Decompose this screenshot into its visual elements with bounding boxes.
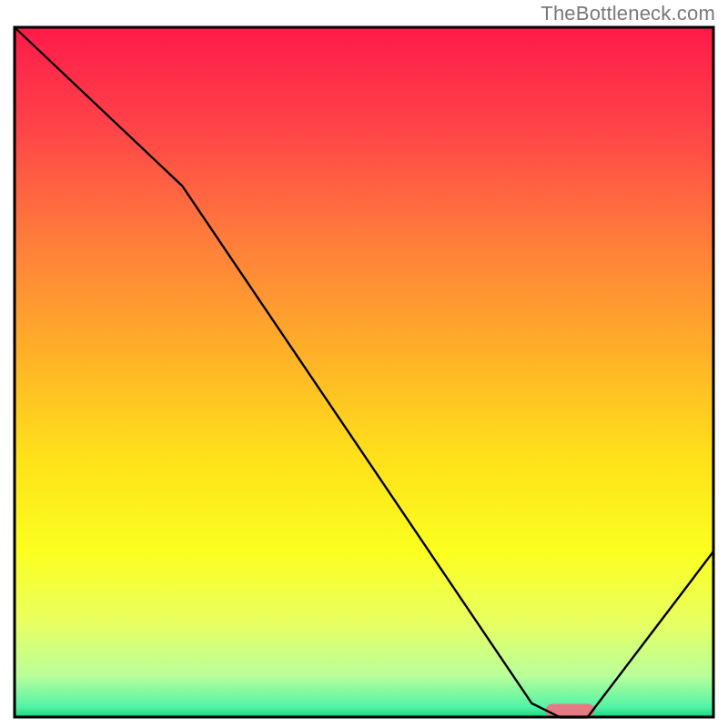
- chart-svg: [13, 25, 715, 719]
- attribution-text: TheBottleneck.com: [541, 2, 715, 25]
- bottleneck-chart: [13, 25, 715, 719]
- gradient-background: [15, 27, 713, 717]
- chart-wrapper: TheBottleneck.com: [0, 0, 728, 728]
